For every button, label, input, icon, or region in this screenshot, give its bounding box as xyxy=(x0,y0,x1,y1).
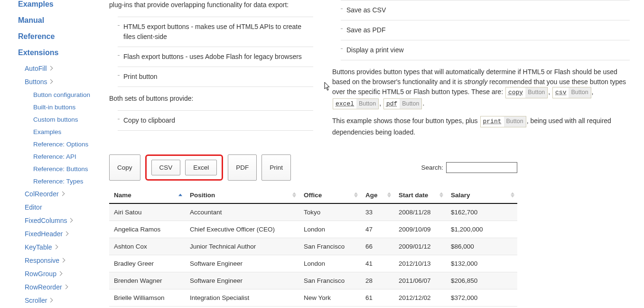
sidebar-item-button-configuration[interactable]: Button configuration xyxy=(33,91,109,98)
chevron-right-icon xyxy=(48,66,53,71)
table-cell: Junior Technical Author xyxy=(185,238,299,255)
table-row: Airi SatouAccountantTokyo332008/11/28$16… xyxy=(109,203,517,221)
table-cell: $1,200,000 xyxy=(446,221,517,238)
sidebar-item-editor[interactable]: Editor xyxy=(25,203,109,211)
sidebar-item-reference-api[interactable]: Reference: API xyxy=(33,153,109,160)
plugin-list: HTML5 export buttons - makes use of HTML… xyxy=(118,17,313,87)
provide-list: Copy to clipboard xyxy=(118,110,313,131)
table-cell: New York xyxy=(299,289,361,306)
col-header-salary[interactable]: Salary xyxy=(446,187,517,203)
sidebar-item-built-in-buttons[interactable]: Built-in buttons xyxy=(33,104,109,111)
sidebar-item-colreorder[interactable]: ColReorder xyxy=(25,190,109,198)
datatable-area: Copy CSV Excel PDF Print Search: Name xyxy=(109,154,517,307)
chevron-right-icon xyxy=(48,298,53,303)
sidebar-item-custom-buttons[interactable]: Custom buttons xyxy=(33,116,109,123)
search-input[interactable] xyxy=(446,162,517,173)
list-item: Display a print view xyxy=(341,40,630,60)
list-item: Save as PDF xyxy=(341,20,630,40)
sort-desc-icon xyxy=(292,195,296,198)
csv-button[interactable]: CSV xyxy=(151,160,181,175)
chevron-right-icon xyxy=(53,245,58,250)
print-button-tag[interactable]: printButton xyxy=(480,116,526,127)
table-cell: Angelica Ramos xyxy=(109,221,185,238)
table-cell: 41 xyxy=(361,255,394,272)
excel-button[interactable]: Excel xyxy=(185,160,217,175)
sidebar-item-autofill[interactable]: AutoFill xyxy=(25,65,109,72)
chevron-right-icon xyxy=(68,218,73,223)
content-left-column: plug-ins that provide overlapping functi… xyxy=(109,0,313,144)
csv-button-tag[interactable]: csvButton xyxy=(552,87,591,98)
sidebar-item-responsive[interactable]: Responsive xyxy=(25,257,109,264)
sidebar-link-extensions[interactable]: Extensions xyxy=(18,48,109,57)
sidebar-item-rowgroup[interactable]: RowGroup xyxy=(25,270,109,278)
chevron-right-icon xyxy=(48,79,53,84)
table-cell: 33 xyxy=(361,203,394,221)
table-cell: 2012/12/02 xyxy=(394,289,446,306)
table-cell: Brenden Wagner xyxy=(109,272,185,289)
example-para: This example shows those four button typ… xyxy=(332,116,630,137)
table-cell: 2012/10/13 xyxy=(394,255,446,272)
sidebar-item-reference-buttons[interactable]: Reference: Buttons xyxy=(33,165,109,173)
sidebar-item-examples[interactable]: Examples xyxy=(33,128,109,135)
table-cell: Airi Satou xyxy=(109,203,185,221)
sort-asc-icon xyxy=(439,192,443,195)
sort-asc-icon xyxy=(511,192,514,195)
table-row: Brenden WagnerSoftware EngineerSan Franc… xyxy=(109,272,517,289)
col-header-office[interactable]: Office xyxy=(299,187,361,203)
sort-asc-icon xyxy=(387,192,391,195)
sidebar-link-manual[interactable]: Manual xyxy=(18,16,109,25)
table-cell: San Francisco xyxy=(299,238,361,255)
highlight-box: CSV Excel xyxy=(145,154,224,181)
table-cell: London xyxy=(299,221,361,238)
table-cell: 2011/06/07 xyxy=(394,272,446,289)
chevron-right-icon xyxy=(57,271,62,276)
feature-list: Save as CSV Save as PDF Display a print … xyxy=(341,0,630,60)
sidebar-item-keytable[interactable]: KeyTable xyxy=(25,243,109,251)
table-header-row: Name Position Office Age Start date Sala… xyxy=(109,187,517,203)
sidebar-item-buttons[interactable]: Buttons xyxy=(25,78,109,86)
table-cell: $372,000 xyxy=(446,289,517,306)
print-button[interactable]: Print xyxy=(261,154,291,181)
excel-button-tag[interactable]: excelButton xyxy=(333,98,379,110)
employees-table: Name Position Office Age Start date Sala… xyxy=(109,187,517,307)
list-item: HTML5 export buttons - makes use of HTML… xyxy=(118,17,313,47)
col-header-startdate[interactable]: Start date xyxy=(394,187,446,203)
table-cell: 28 xyxy=(361,272,394,289)
sidebar-item-rowreorder[interactable]: RowReorder xyxy=(25,283,109,291)
copy-button[interactable]: Copy xyxy=(109,154,140,181)
chevron-right-icon xyxy=(61,258,65,263)
table-cell: Tokyo xyxy=(299,203,361,221)
sidebar-item-scroller[interactable]: Scroller xyxy=(25,297,109,304)
pdf-button[interactable]: PDF xyxy=(228,154,257,181)
sort-asc-icon xyxy=(178,194,182,196)
sort-desc-icon xyxy=(439,195,443,198)
table-cell: Bradley Greer xyxy=(109,255,185,272)
table-row: Brielle WilliamsonIntegration Specialist… xyxy=(109,289,517,306)
content-right-column: Save as CSV Save as PDF Display a print … xyxy=(332,0,630,144)
list-item: Copy to clipboard xyxy=(118,110,313,131)
col-header-name[interactable]: Name xyxy=(109,187,185,203)
table-cell: 2009/01/12 xyxy=(394,238,446,255)
sidebar-item-reference-types[interactable]: Reference: Types xyxy=(33,178,109,185)
table-row: Angelica RamosChief Executive Officer (C… xyxy=(109,221,517,238)
copy-button-tag[interactable]: copyButton xyxy=(505,87,548,98)
sort-desc-icon xyxy=(354,195,358,198)
table-row: Ashton CoxJunior Technical AuthorSan Fra… xyxy=(109,238,517,255)
search-label: Search: xyxy=(421,164,443,171)
sidebar-item-fixedcolumns[interactable]: FixedColumns xyxy=(25,217,109,224)
col-header-age[interactable]: Age xyxy=(361,187,394,203)
sidebar-link-reference[interactable]: Reference xyxy=(18,32,109,41)
sidebar-item-fixedheader[interactable]: FixedHeader xyxy=(25,230,109,238)
chevron-right-icon xyxy=(60,192,65,196)
sort-asc-icon xyxy=(292,192,296,195)
sidebar-item-reference-options[interactable]: Reference: Options xyxy=(33,141,109,148)
col-header-position[interactable]: Position xyxy=(185,187,299,203)
both-sets-para: Both sets of buttons provide: xyxy=(109,94,313,104)
recommendation-para: Buttons provides button types that will … xyxy=(332,67,630,109)
sidebar-top-links: Examples Manual Reference Extensions xyxy=(18,0,109,57)
pdf-button-tag[interactable]: pdfButton xyxy=(383,98,422,110)
table-cell: 2009/10/09 xyxy=(394,221,446,238)
search-wrap: Search: xyxy=(421,162,517,173)
sidebar-link-examples[interactable]: Examples xyxy=(18,0,109,9)
table-cell: Brielle Williamson xyxy=(109,289,185,306)
